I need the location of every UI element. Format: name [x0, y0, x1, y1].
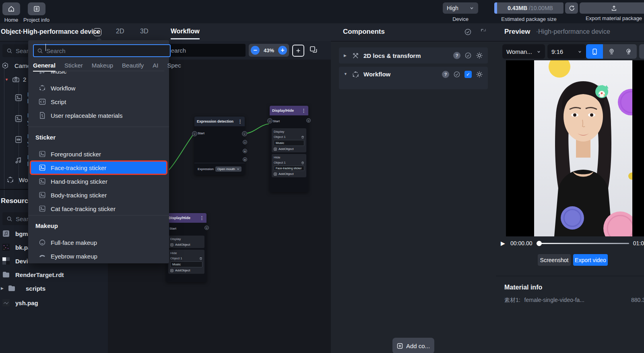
caret-right-icon[interactable]: ▶: [344, 53, 348, 57]
caret-down-icon[interactable]: ▼: [344, 72, 348, 76]
input-port[interactable]: ›: [267, 118, 272, 123]
input-port[interactable]: ›: [192, 131, 197, 136]
menu-item-hand-tracking-sticker[interactable]: Hand-tracking sticker: [31, 175, 166, 188]
tab-3d[interactable]: 3D: [140, 28, 148, 35]
menu-tab-sticker[interactable]: Sticker: [64, 62, 83, 69]
webcam-alt-preview-button[interactable]: [620, 44, 637, 59]
help-icon[interactable]: ?: [453, 52, 460, 59]
node-display-hide-1[interactable]: Display/Hide ⋮ Start › › Display Object …: [270, 106, 308, 192]
screenshot-button[interactable]: Screenshot: [538, 254, 571, 266]
output-port[interactable]: ›: [243, 140, 247, 144]
gear-icon[interactable]: [476, 71, 483, 78]
menu-item-workflow[interactable]: Workflow: [31, 82, 166, 94]
add-object-row[interactable]: AddObject: [274, 172, 304, 176]
resource-item[interactable]: bgm: [2, 230, 28, 237]
add-node-button[interactable]: [292, 45, 304, 57]
trash-icon[interactable]: [301, 135, 304, 139]
menu-item-foreground-sticker[interactable]: Foreground sticker: [31, 148, 166, 160]
tree-item-scene[interactable]: ▼ 2: [5, 76, 26, 83]
menu-tab-spec[interactable]: Spec: [167, 62, 181, 69]
menu-item-face-tracking-sticker[interactable]: Face-tracking sticker: [30, 160, 167, 175]
tab-workflow[interactable]: Workflow: [171, 28, 200, 39]
expression-select[interactable]: Open mouth: [215, 166, 242, 172]
refresh-button[interactable]: [565, 2, 578, 14]
add-object-button[interactable]: [93, 28, 101, 36]
device-quality-select[interactable]: High: [443, 2, 478, 14]
resource-item[interactable]: bk.pa: [2, 244, 31, 251]
ratio-select[interactable]: 9:16: [547, 44, 586, 59]
project-info-button[interactable]: Project info: [23, 2, 50, 23]
menu-tab-beautify[interactable]: Beautify: [122, 62, 144, 69]
zoom-in-button[interactable]: +: [278, 46, 287, 55]
kebab-menu-icon[interactable]: ⋮: [301, 108, 306, 113]
menu-tab-general[interactable]: General: [33, 62, 56, 72]
trash-icon[interactable]: [301, 161, 304, 164]
menu-item-script[interactable]: Script: [31, 95, 166, 108]
check-circle-icon[interactable]: [464, 28, 472, 36]
resource-item-folder[interactable]: ▶ scripts: [1, 285, 45, 292]
seek-slider[interactable]: [537, 240, 629, 246]
check-circle-icon[interactable]: [453, 71, 460, 78]
check-circle-icon[interactable]: [464, 52, 472, 59]
output-port[interactable]: ›: [306, 118, 311, 123]
resource-label: RenderTarget.rdt: [15, 271, 64, 278]
output-port[interactable]: ›: [242, 131, 247, 136]
project-info-label: Project info: [23, 17, 50, 23]
tree-item-camera[interactable]: Came: [2, 62, 31, 69]
resource-item[interactable]: ysh.pag: [2, 299, 38, 306]
resource-item[interactable]: RenderTarget.rdt: [2, 271, 64, 278]
webcam-preview-button[interactable]: [603, 44, 620, 59]
menu-tab-makeup[interactable]: Makeup: [92, 62, 113, 69]
add-object-row[interactable]: AddObject: [170, 243, 202, 246]
workflow-checkbox[interactable]: ✓: [464, 71, 472, 78]
trash-icon[interactable]: [199, 257, 202, 260]
component-row-2d-locs[interactable]: ▶ 2D locs & transform ?: [339, 47, 488, 64]
gear-icon[interactable]: [476, 52, 483, 59]
menu-tab-ai[interactable]: AI: [153, 62, 158, 69]
node-expression-detection[interactable]: Expression detection ⋮ Start › › › o o E…: [194, 117, 245, 175]
add-component-button[interactable]: Add co...: [392, 338, 434, 353]
output-port[interactable]: o: [243, 149, 247, 153]
node-header[interactable]: Expression detection ⋮: [194, 117, 245, 126]
object-value[interactable]: Music: [170, 261, 202, 267]
menu-item-music[interactable]: Music: [31, 71, 166, 78]
slider-track[interactable]: [537, 243, 629, 244]
model-select[interactable]: Woman...: [502, 44, 545, 59]
output-port[interactable]: o: [243, 157, 247, 162]
object-value[interactable]: Face-tracking sticker: [274, 166, 304, 171]
component-row-workflow[interactable]: ▼ Workflow ? ✓: [339, 67, 488, 89]
add-object-row[interactable]: AddObject: [274, 147, 304, 151]
export-video-button[interactable]: Export video: [573, 254, 608, 266]
menu-item-full-face-makeup[interactable]: Full-face makeup: [31, 236, 166, 249]
kebab-menu-icon[interactable]: ⋮: [200, 215, 204, 221]
duplicate-button[interactable]: [308, 45, 319, 55]
material-info-title: Material info: [504, 284, 542, 291]
collapse-panel-icon[interactable]: [480, 27, 487, 34]
phone-preview-button[interactable]: [586, 44, 603, 59]
tab-2d[interactable]: 2D: [116, 28, 124, 35]
resource-item[interactable]: Devi: [2, 257, 28, 265]
package-size-meter: 0.43MB /10.00MB: [494, 2, 564, 14]
play-button[interactable]: ▶: [501, 240, 510, 246]
menu-search-input[interactable]: Search: [33, 44, 171, 57]
home-button[interactable]: Home: [2, 2, 20, 23]
slider-knob[interactable]: [537, 241, 542, 246]
tree-item-workflow[interactable]: Wor: [6, 176, 30, 184]
menu-item-body-tracking-sticker[interactable]: Body-tracking sticker: [31, 189, 166, 201]
menu-item-cat-face-tracking-sticker[interactable]: Cat face-tracking sticker: [31, 202, 166, 215]
node-display-hide-2[interactable]: Display/Hide ⋮ Start › Display AddObject…: [166, 213, 206, 282]
zoom-out-button[interactable]: −: [251, 46, 260, 55]
menu-item-user-materials[interactable]: User replaceable materials: [31, 109, 166, 122]
extra-control-sliver[interactable]: [639, 44, 644, 59]
export-package-button[interactable]: Export material package: [580, 2, 644, 21]
output-port[interactable]: ›: [204, 226, 209, 230]
menu-item-eyebrow-makeup[interactable]: Eyebrow makeup: [31, 250, 166, 263]
node-header[interactable]: Display/Hide ⋮: [166, 213, 206, 223]
kebab-menu-icon[interactable]: ⋮: [238, 119, 242, 124]
node-header[interactable]: Display/Hide ⋮: [270, 106, 308, 115]
object-value[interactable]: Music: [274, 140, 304, 146]
add-object-row[interactable]: AddObject: [170, 269, 202, 272]
help-icon[interactable]: ?: [442, 71, 449, 78]
caret-right-icon[interactable]: ▶: [1, 286, 5, 290]
caret-down-icon[interactable]: ▼: [5, 78, 9, 82]
